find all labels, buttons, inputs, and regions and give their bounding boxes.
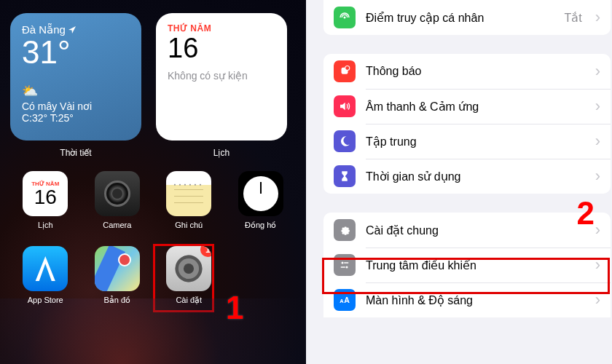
svg-rect-6 (344, 262, 348, 264)
sliders-icon (334, 254, 356, 276)
row-label: Cài đặt chung (366, 223, 582, 237)
hotspot-icon (334, 7, 356, 28)
row-label: Thông báo (366, 65, 582, 78)
settings-row-control-center[interactable]: Trung tâm điều khiển › (323, 248, 611, 282)
app-notes[interactable]: ●●●●●● Ghi chú (158, 171, 220, 230)
app-label: Camera (103, 221, 131, 229)
calendar-app-icon: THỨ NĂM 16 (23, 171, 68, 216)
app-maps[interactable]: Bản đồ (87, 246, 149, 305)
settings-screen: Điểm truy cập cá nhân Tắt › Thông báo › … (306, 0, 612, 364)
speaker-icon (334, 95, 356, 117)
svg-rect-8 (341, 266, 345, 268)
svg-point-5 (342, 262, 344, 264)
settings-row-notifications[interactable]: Thông báo › (323, 54, 611, 89)
weather-widget-label: Thời tiết (10, 148, 141, 158)
calendar-widget-label: Lịch (156, 148, 287, 158)
row-label: Trung tâm điều khiển (366, 258, 582, 272)
hourglass-icon (334, 165, 356, 187)
home-screen: Đà Nẵng 31° ⛅ Có mây Vài nơi C:32° T:25°… (0, 0, 306, 364)
row-value: Tắt (564, 11, 581, 25)
appstore-app-icon (23, 246, 68, 291)
clock-app-icon (238, 171, 283, 216)
settings-row-general[interactable]: Cài đặt chung › (323, 213, 611, 248)
chevron-right-icon: › (595, 132, 600, 151)
app-label: Bản đồ (103, 296, 130, 305)
app-label: App Store (28, 296, 63, 304)
row-label: Tập trung (366, 135, 582, 149)
app-settings[interactable]: 1 Cài đặt (158, 246, 220, 305)
location-icon (68, 26, 76, 33)
svg-text:A: A (340, 298, 344, 304)
settings-row-display[interactable]: AA Màn hình & Độ sáng › (323, 282, 611, 317)
app-label: Lịch (38, 221, 53, 230)
chevron-right-icon: › (595, 8, 600, 27)
chevron-right-icon: › (595, 221, 600, 240)
calendar-event: Không có sự kiện (168, 70, 275, 82)
svg-text:A: A (344, 296, 350, 304)
calendar-widget[interactable]: THỨ NĂM 16 Không có sự kiện (156, 13, 287, 141)
svg-point-7 (346, 266, 348, 269)
calendar-daynum: 16 (168, 33, 275, 64)
chevron-right-icon: › (595, 167, 600, 186)
settings-row-hotspot[interactable]: Điểm truy cập cá nhân Tắt › (323, 0, 611, 35)
maps-app-icon (95, 246, 140, 291)
chevron-right-icon: › (595, 97, 600, 116)
app-label: Ghi chú (175, 221, 203, 229)
weather-range: C:32° T:25° (22, 112, 130, 124)
row-label: Màn hình & Độ sáng (366, 293, 582, 307)
chevron-right-icon: › (595, 62, 600, 81)
moon-icon (334, 130, 356, 152)
weather-temp: 31° (22, 35, 130, 70)
bell-icon (334, 60, 356, 82)
settings-row-screentime[interactable]: Thời gian sử dụng › (323, 159, 611, 194)
row-label: Âm thanh & Cảm ứng (366, 100, 582, 114)
app-appstore[interactable]: App Store (15, 246, 76, 305)
settings-app-icon: 1 (166, 246, 211, 291)
row-label: Thời gian sử dụng (366, 170, 582, 183)
svg-point-1 (184, 264, 194, 274)
settings-row-sound[interactable]: Âm thanh & Cảm ứng › (323, 89, 611, 124)
app-calendar[interactable]: THỨ NĂM 16 Lịch (15, 171, 76, 230)
chevron-right-icon: › (595, 256, 600, 274)
app-camera[interactable]: Camera (87, 171, 149, 230)
settings-row-focus[interactable]: Tập trung › (323, 124, 611, 159)
app-label: Cài đặt (176, 296, 202, 305)
svg-point-2 (344, 17, 346, 19)
row-label: Điểm truy cập cá nhân (366, 11, 554, 25)
weather-condition-icon: ⛅ (22, 83, 130, 99)
svg-point-4 (345, 66, 350, 71)
calendar-dayname: THỨ NĂM (168, 23, 275, 33)
weather-desc: Có mây Vài nơi (22, 100, 130, 112)
gear-icon (334, 219, 356, 241)
app-clock[interactable]: Đồng hồ (230, 171, 292, 230)
notes-app-icon: ●●●●●● (166, 171, 211, 216)
text-size-icon: AA (334, 289, 356, 311)
chevron-right-icon: › (595, 290, 600, 309)
weather-widget[interactable]: Đà Nẵng 31° ⛅ Có mây Vài nơi C:32° T:25° (10, 13, 141, 141)
app-label: Đồng hồ (245, 221, 276, 230)
camera-app-icon (95, 171, 140, 216)
